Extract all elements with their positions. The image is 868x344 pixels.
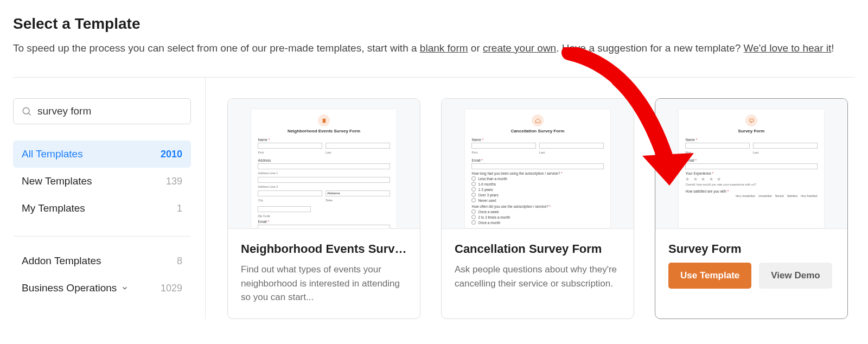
search-box[interactable] xyxy=(13,98,191,124)
template-desc: Find out what types of events your neigh… xyxy=(241,263,407,304)
svg-rect-4 xyxy=(749,119,753,122)
create-own-link[interactable]: create your own xyxy=(483,42,556,54)
chat-icon xyxy=(745,114,757,126)
page-title: Select a Template xyxy=(13,15,855,33)
category-count: 1029 xyxy=(161,283,182,294)
svg-point-0 xyxy=(23,108,29,114)
template-preview: Neighborhood Events Survey Form Name Fir… xyxy=(228,99,420,229)
category-new-templates[interactable]: New Templates 139 xyxy=(13,168,191,195)
page-subtitle: To speed up the process you can select f… xyxy=(13,40,848,56)
category-label: Addon Templates xyxy=(22,255,101,267)
category-label: My Templates xyxy=(22,202,85,214)
home-icon xyxy=(532,114,544,126)
category-all-templates[interactable]: All Templates 2010 xyxy=(13,141,191,168)
clipboard-icon xyxy=(318,114,330,126)
template-grid: Neighborhood Events Survey Form Name Fir… xyxy=(206,78,855,319)
category-count: 139 xyxy=(166,176,182,187)
template-card[interactable]: Survey Form Name FirstLast Email Your Ex… xyxy=(655,98,848,319)
template-desc: Ask people questions about why they're c… xyxy=(455,263,621,290)
template-preview: Survey Form Name FirstLast Email Your Ex… xyxy=(655,99,847,229)
category-label: All Templates xyxy=(22,148,83,160)
search-icon xyxy=(21,106,32,117)
chevron-down-icon xyxy=(121,284,129,292)
sidebar-divider xyxy=(13,236,191,237)
template-title: Cancellation Survey Form xyxy=(455,242,621,256)
category-label: New Templates xyxy=(22,175,92,187)
category-addon-templates[interactable]: Addon Templates 8 xyxy=(13,247,191,275)
view-demo-button[interactable]: View Demo xyxy=(759,263,832,289)
category-count: 8 xyxy=(177,256,182,267)
template-preview: Cancellation Survey Form Name FirstLast … xyxy=(442,99,634,229)
use-template-button[interactable]: Use Template xyxy=(668,263,751,289)
category-label: Business Operations xyxy=(22,282,129,294)
category-my-templates[interactable]: My Templates 1 xyxy=(13,195,191,222)
template-card[interactable]: Neighborhood Events Survey Form Name Fir… xyxy=(227,98,420,319)
template-card[interactable]: Cancellation Survey Form Name FirstLast … xyxy=(441,98,634,319)
search-input[interactable] xyxy=(37,105,183,117)
svg-rect-3 xyxy=(322,119,326,123)
category-count: 1 xyxy=(177,203,182,214)
category-count: 2010 xyxy=(161,149,182,160)
blank-form-link[interactable]: blank form xyxy=(420,42,468,54)
template-title: Survey Form xyxy=(668,242,834,256)
intro-text: To speed up the process you can select f… xyxy=(13,42,420,54)
template-title: Neighborhood Events Surve... xyxy=(241,242,407,256)
sidebar: All Templates 2010 New Templates 139 My … xyxy=(13,78,206,319)
suggest-link[interactable]: We'd love to hear it xyxy=(744,42,832,54)
category-business-operations[interactable]: Business Operations 1029 xyxy=(13,275,191,302)
svg-line-1 xyxy=(29,113,31,116)
